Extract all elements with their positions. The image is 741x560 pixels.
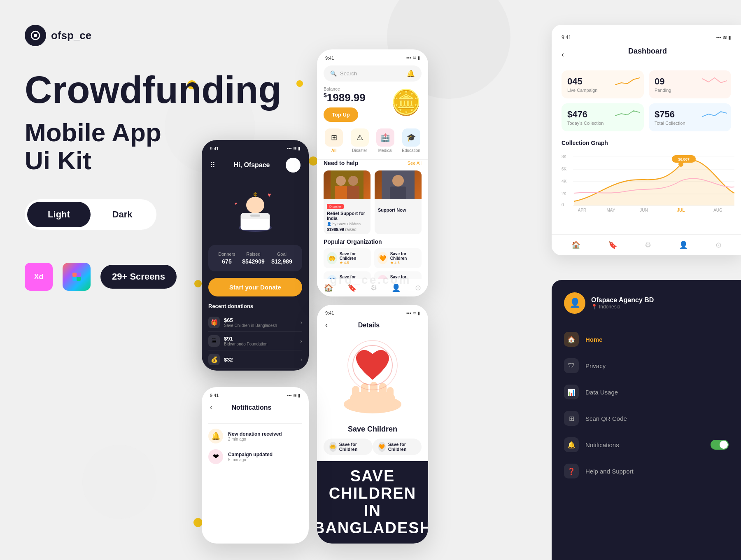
- svg-rect-45: [370, 382, 377, 396]
- categories-row: ⊞ All ⚠ Disaster 🏥 Medical 🎓 Education: [317, 122, 428, 160]
- phone3-details: 9:41 ▪▪▪ ≋ ▮ ‹ Details Save Children: [317, 305, 428, 544]
- sidebar-qr-item[interactable]: ⊞ Scan QR Code: [564, 405, 729, 432]
- help-card-image-1: [324, 170, 370, 199]
- svg-rect-43: [352, 386, 359, 398]
- svg-text:$6,867: $6,867: [678, 157, 690, 161]
- notifications-toggle[interactable]: [711, 440, 729, 450]
- raised-stat: Raised $542909: [242, 252, 265, 265]
- help-card-image-2: [375, 170, 422, 199]
- phone1-greeting: Hi, Ofspace: [233, 161, 270, 169]
- notif-item-1: 🔔 New donation received 2 min ago: [208, 429, 302, 443]
- svg-text:AUG: AUG: [713, 208, 722, 212]
- coin-emoji: 🪙: [391, 88, 422, 117]
- cat-all[interactable]: ⊞ All: [325, 128, 343, 153]
- svg-point-10: [246, 197, 264, 213]
- dashboard-more-icon[interactable]: ⊙: [715, 240, 722, 250]
- donation-item-2: 🏛 $91 Bidyanondo Foundation ›: [208, 332, 302, 350]
- sidebar-data-usage-item[interactable]: 📊 Data Usage: [564, 379, 729, 405]
- search-icon: 🔍: [330, 70, 337, 77]
- dashboard-settings-icon[interactable]: ⚙: [645, 240, 651, 250]
- org-avatar-1: 🤲: [327, 252, 337, 264]
- collection-graph-title: Collection Graph: [562, 140, 731, 146]
- phone2-bottom-nav: 🏠 🔖 ⚙ 👤 ⊙: [317, 279, 428, 296]
- phone4-header: ‹ Notifications: [202, 398, 309, 417]
- sfc-item-1: 🤲 Save for Children: [324, 439, 373, 455]
- live-campaign-chart: [615, 75, 640, 87]
- cat-education[interactable]: 🎓 Education: [402, 128, 420, 153]
- svg-rect-9: [250, 215, 260, 217]
- xd-badge: Xd: [25, 263, 53, 291]
- total-collection-card: $756 Total Collection: [649, 103, 731, 131]
- help-cards: Disaster Relief Support for India 👤 by S…: [324, 170, 422, 234]
- svg-text:6K: 6K: [562, 167, 567, 171]
- live-campaign-card: 045 Live Campaign: [562, 70, 644, 98]
- phone3-status-bar: 9:41 ▪▪▪ ≋ ▮: [317, 305, 428, 316]
- education-icon: 🎓: [402, 128, 420, 147]
- main-title: Crowdfunding: [25, 71, 247, 109]
- svg-point-1: [34, 34, 37, 37]
- phone1-donate-button[interactable]: Start your Donate: [208, 278, 302, 296]
- notif-item-2: ❤ Campaign updated 5 min ago: [208, 449, 302, 464]
- phone1-header: ⠿ Hi, Ofspace: [202, 151, 309, 179]
- svg-text:8K: 8K: [562, 154, 567, 159]
- svg-text:JUN: JUN: [640, 208, 648, 212]
- svg-text:APR: APR: [578, 208, 587, 212]
- dashboard-stats-grid: 045 Live Campaign 09 Panding $476 Today'…: [562, 70, 731, 131]
- cat-disaster[interactable]: ⚠ Disaster: [351, 128, 369, 153]
- bookmark-nav-icon[interactable]: 🔖: [347, 283, 357, 292]
- svg-text:2K: 2K: [562, 191, 567, 196]
- help-card-2: Support Now: [375, 170, 422, 234]
- svg-rect-47: [387, 387, 394, 399]
- dashboard-profile-icon[interactable]: 👤: [679, 240, 688, 250]
- figma-badge: [63, 263, 91, 291]
- sidebar-help-item[interactable]: ❓ Help and Support: [564, 458, 729, 484]
- todays-collection-card: $476 Today's Collection: [562, 103, 644, 131]
- svg-text:4K: 4K: [562, 179, 567, 184]
- dashboard-bookmark-icon[interactable]: 🔖: [608, 240, 617, 250]
- topup-button[interactable]: Top Up: [324, 107, 358, 122]
- sidebar-panel: 👤 Ofspace Agancy BD 📍 Indonesia 🏠 Home 🛡…: [552, 280, 741, 560]
- sfc-avatar-2: 🧡: [378, 442, 386, 452]
- svg-text:♥: ♥: [235, 201, 237, 206]
- balance-section: Balance $1989.99 Top Up 🪙: [324, 86, 422, 122]
- toggle-knob: [720, 441, 728, 449]
- donation-icon-3: 💰: [208, 354, 220, 365]
- cat-medical[interactable]: 🏥 Medical: [376, 128, 394, 153]
- svg-point-17: [348, 176, 358, 186]
- svg-text:JUL: JUL: [677, 208, 685, 212]
- svg-rect-2: [72, 273, 77, 277]
- phone2-search[interactable]: 🔍 Search 🔔: [324, 65, 422, 82]
- dashboard-bottom-nav: 🏠 🔖 ⚙ 👤 ⊙: [552, 234, 741, 255]
- dark-button[interactable]: Dark: [91, 202, 154, 227]
- disaster-icon: ⚠: [351, 128, 369, 147]
- sidebar-home-item[interactable]: 🏠 Home: [564, 326, 729, 352]
- coin-illustration-area: ¢ ♥ ♥: [202, 179, 309, 245]
- qr-menu-icon: ⊞: [564, 411, 579, 426]
- phone4-notifications: 9:41 ▪▪▪ ≋ ▮ ‹ Notifications 🔔 New donat…: [202, 387, 309, 544]
- svg-text:0: 0: [562, 203, 564, 207]
- phone2-light: 9:41 ▪▪▪ ≋ ▮ 🔍 Search 🔔 Balance $1989.99…: [317, 49, 428, 296]
- logo-area: ofsp_ce: [25, 25, 247, 46]
- donation-icon-2: 🏛: [208, 335, 220, 347]
- total-collection-chart: [702, 107, 727, 120]
- sidebar-privacy-item[interactable]: 🛡 Privacy: [564, 352, 729, 379]
- save-children-title: Save Children: [317, 425, 428, 434]
- svg-rect-5: [77, 277, 81, 281]
- donation-item-1: 🎁 $65 Save Children in Bangladesh ›: [208, 313, 302, 332]
- svg-rect-3: [77, 273, 81, 277]
- more-nav-icon[interactable]: ⊙: [415, 283, 421, 292]
- profile-nav-icon[interactable]: 👤: [391, 283, 401, 292]
- svg-rect-18: [335, 186, 347, 199]
- settings-nav-icon[interactable]: ⚙: [370, 283, 377, 292]
- dashboard-home-icon[interactable]: 🏠: [571, 240, 580, 250]
- goal-stat: Goal $12,989: [271, 252, 292, 265]
- sidebar-notifications-item[interactable]: 🔔 Notifications: [564, 432, 729, 458]
- phone2-status-bar: 9:41 ▪▪▪ ≋ ▮: [317, 49, 428, 61]
- all-icon: ⊞: [325, 128, 343, 147]
- screens-badge: 29+ Screens: [100, 265, 177, 289]
- org-item-2[interactable]: 🧡 Save for Children ★ 4.5: [374, 248, 422, 268]
- light-button[interactable]: Light: [27, 202, 91, 227]
- svg-point-16: [336, 176, 346, 186]
- org-item-1[interactable]: 🤲 Save for Children ★ 4.5: [324, 248, 371, 268]
- home-nav-icon[interactable]: 🏠: [324, 283, 333, 292]
